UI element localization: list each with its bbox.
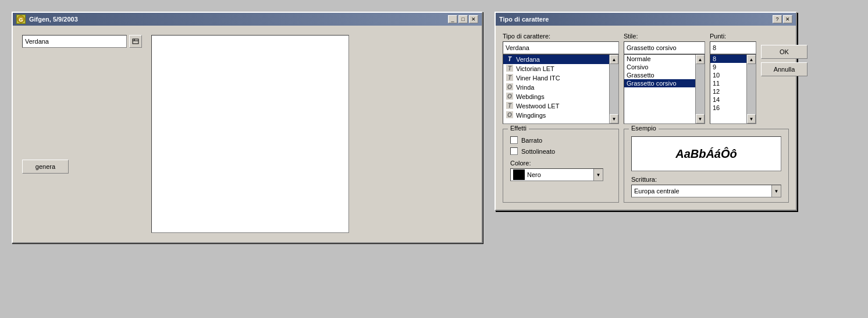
font-list-item-name: Westwood LET (516, 103, 559, 109)
style-list-item[interactable]: Grassetto (624, 71, 705, 79)
size-list-item[interactable]: 10 (710, 71, 746, 79)
dialog-title-buttons: ? ✕ (773, 15, 792, 23)
font-type-icon: T (506, 74, 514, 82)
size-list-item-value: 16 (713, 104, 720, 111)
strikethrough-row: Barrato (510, 136, 611, 144)
size-column: Punti: 891011121416 ▲ ▼ (710, 33, 756, 124)
font-type-icon: T (506, 102, 514, 110)
example-group: Esempio AaBbÁáÔô Scrittura: Europa centr… (624, 129, 789, 203)
style-list-item-name: Normale (627, 55, 651, 62)
color-combo[interactable]: Nero ▼ (510, 168, 603, 181)
app-title: Gifgen, 5/9/2003 (29, 16, 78, 23)
size-list-item-value: 11 (713, 80, 720, 87)
color-swatch (513, 169, 525, 180)
font-dialog: Tipo di carattere ? ✕ Tipo di carattere:… (495, 12, 797, 211)
style-scrollbar[interactable]: ▲ ▼ (695, 55, 705, 123)
maximize-button[interactable]: □ (458, 15, 468, 23)
size-list-item-value: 8 (713, 55, 716, 62)
font-list-item[interactable]: TViner Hand ITC (503, 73, 609, 83)
style-list-item-name: Grassetto corsivo (627, 80, 677, 87)
dialog-title-bar: Tipo di carattere ? ✕ (496, 13, 796, 26)
font-list-item[interactable]: TVerdana (503, 55, 609, 64)
title-bar: G Gifgen, 5/9/2003 _ □ ✕ (13, 13, 482, 26)
browse-button[interactable] (129, 35, 142, 48)
font-type-icon: T (506, 55, 514, 63)
scrittura-dropdown-arrow[interactable]: ▼ (771, 185, 781, 197)
dialog-close-button[interactable]: ✕ (783, 15, 792, 23)
color-name: Nero (527, 171, 593, 178)
font-scrollbar[interactable]: ▲ ▼ (609, 55, 618, 123)
font-list-item[interactable]: TWestwood LET (503, 101, 609, 111)
underline-row: Sottolineato (510, 147, 611, 155)
dialog-title: Tipo di carattere (499, 16, 549, 23)
color-row: Colore: Nero ▼ (510, 160, 611, 181)
color-dropdown-arrow[interactable]: ▼ (593, 169, 603, 181)
style-list-item[interactable]: Normale (624, 55, 705, 63)
svg-text:O: O (507, 112, 512, 118)
strikethrough-checkbox[interactable] (510, 136, 518, 144)
font-list-item[interactable]: OWebdings (503, 92, 609, 101)
scroll-track (610, 64, 618, 114)
size-list-item[interactable]: 14 (710, 96, 746, 104)
svg-text:G: G (19, 17, 23, 23)
preview-box (151, 35, 349, 233)
style-list-item[interactable]: Grassetto corsivo (624, 79, 705, 87)
size-list-item[interactable]: 9 (710, 63, 746, 71)
size-scroll-up[interactable]: ▲ (747, 55, 756, 64)
font-list-item-name: Victorian LET (516, 65, 554, 72)
svg-text:T: T (508, 56, 512, 62)
style-list[interactable]: NormaleCorsivoGrassettoGrassetto corsivo… (624, 54, 705, 124)
font-text-field[interactable] (22, 35, 127, 48)
app-content: genera (13, 26, 482, 242)
font-list[interactable]: TVerdanaTVictorian LETTViner Hand ITCOVr… (503, 54, 619, 124)
style-list-item-name: Grassetto (627, 72, 654, 79)
font-list-item-name: Wingdings (516, 112, 546, 119)
style-label: Stile: (624, 33, 705, 40)
strikethrough-label: Barrato (521, 137, 542, 144)
genera-button[interactable]: genera (22, 160, 69, 174)
font-list-item-name: Viner Hand ITC (516, 75, 560, 82)
size-combo-field[interactable] (710, 41, 756, 54)
style-column: Stile: NormaleCorsivoGrassettoGrassetto … (624, 33, 705, 124)
dialog-help-button[interactable]: ? (773, 15, 782, 23)
svg-rect-2 (133, 39, 138, 44)
font-input-row (22, 35, 142, 48)
left-panel: genera (22, 35, 142, 233)
top-row: Tipo di carattere: TVerdanaTVictorian LE… (503, 33, 789, 124)
effects-group: Effetti Barrato Sottolineato Colore: Ner… (503, 129, 619, 203)
underline-checkbox[interactable] (510, 147, 518, 155)
font-list-item[interactable]: OVrinda (503, 83, 609, 92)
underline-label: Sottolineato (521, 148, 555, 155)
ok-button[interactable]: OK (761, 45, 807, 59)
scrittura-combo[interactable]: Europa centrale ▼ (631, 185, 781, 197)
size-list-item[interactable]: 12 (710, 87, 746, 96)
size-list-item-value: 12 (713, 88, 720, 95)
size-scroll-down[interactable]: ▼ (747, 114, 756, 123)
size-label: Punti: (710, 33, 756, 40)
minimize-button[interactable]: _ (448, 15, 457, 23)
svg-text:T: T (508, 103, 512, 109)
font-type-icon: O (506, 93, 514, 101)
style-scroll-up[interactable]: ▲ (696, 55, 705, 64)
size-list-item-value: 14 (713, 96, 720, 103)
font-list-item[interactable]: TVictorian LET (503, 64, 609, 73)
scroll-up-button[interactable]: ▲ (610, 55, 618, 64)
font-combo-field[interactable] (503, 41, 619, 54)
style-list-item[interactable]: Corsivo (624, 63, 705, 71)
style-combo-field[interactable] (624, 41, 705, 54)
style-list-item-name: Corsivo (627, 63, 648, 70)
style-scroll-down[interactable]: ▼ (696, 114, 705, 123)
font-type-label: Tipo di carattere: (503, 33, 619, 40)
example-legend: Esempio (629, 125, 659, 132)
size-list-item[interactable]: 16 (710, 104, 746, 112)
size-list-item[interactable]: 8 (710, 55, 746, 63)
size-list[interactable]: 891011121416 ▲ ▼ (710, 54, 756, 124)
size-scrollbar[interactable]: ▲ ▼ (746, 55, 756, 123)
app-icon: G (16, 15, 26, 24)
size-list-item[interactable]: 11 (710, 79, 746, 87)
scrittura-label: Scrittura: (631, 176, 781, 183)
scroll-down-button[interactable]: ▼ (610, 114, 618, 123)
close-button[interactable]: ✕ (469, 15, 478, 23)
font-list-item[interactable]: OWingdings (503, 111, 609, 120)
cancel-button[interactable]: Annulla (761, 62, 807, 76)
